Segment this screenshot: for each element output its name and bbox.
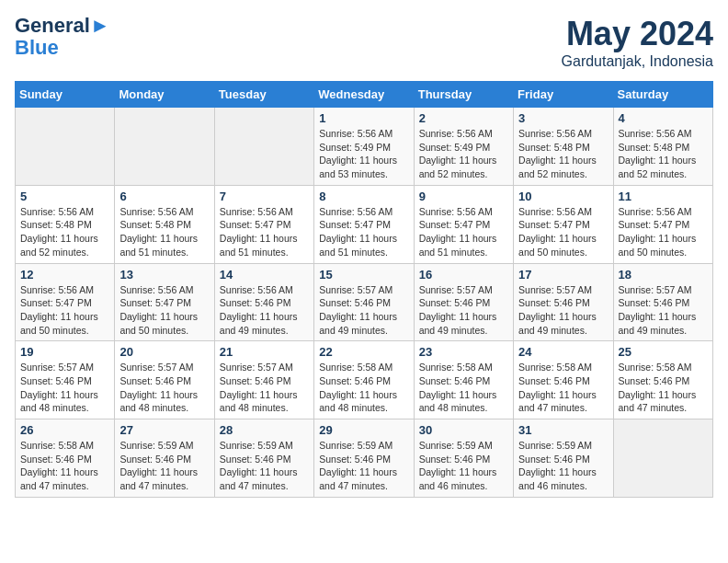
weekday-header-sunday: Sunday xyxy=(16,82,115,108)
day-number: 7 xyxy=(220,190,309,203)
day-number: 25 xyxy=(619,345,708,359)
weekday-header-tuesday: Tuesday xyxy=(214,82,313,108)
calendar-day-cell: 24Sunrise: 5:58 AM Sunset: 5:46 PM Dayli… xyxy=(514,341,613,419)
day-number: 2 xyxy=(419,111,508,125)
day-info: Sunrise: 5:59 AM Sunset: 5:46 PM Dayligh… xyxy=(319,439,408,493)
weekday-header-thursday: Thursday xyxy=(414,82,513,108)
calendar-day-cell: 30Sunrise: 5:59 AM Sunset: 5:46 PM Dayli… xyxy=(414,419,513,498)
calendar-day-cell: 31Sunrise: 5:59 AM Sunset: 5:46 PM Dayli… xyxy=(514,419,613,498)
weekday-header-saturday: Saturday xyxy=(613,82,712,108)
calendar-day-cell: 15Sunrise: 5:57 AM Sunset: 5:46 PM Dayli… xyxy=(314,263,414,341)
calendar-day-cell: 28Sunrise: 5:59 AM Sunset: 5:46 PM Dayli… xyxy=(214,419,313,498)
day-number: 18 xyxy=(619,268,708,282)
day-info: Sunrise: 5:59 AM Sunset: 5:46 PM Dayligh… xyxy=(119,439,209,493)
day-number: 3 xyxy=(518,111,608,125)
calendar-day-cell: 5Sunrise: 5:56 AM Sunset: 5:48 PM Daylig… xyxy=(16,185,115,263)
day-number: 22 xyxy=(319,345,408,359)
day-number: 4 xyxy=(619,111,708,125)
day-info: Sunrise: 5:56 AM Sunset: 5:47 PM Dayligh… xyxy=(619,205,708,259)
empty-day-cell xyxy=(214,108,313,186)
day-info: Sunrise: 5:57 AM Sunset: 5:46 PM Dayligh… xyxy=(220,361,309,415)
day-info: Sunrise: 5:59 AM Sunset: 5:46 PM Dayligh… xyxy=(419,439,508,493)
calendar-day-cell: 2Sunrise: 5:56 AM Sunset: 5:49 PM Daylig… xyxy=(414,108,513,186)
calendar-subtitle: Gardutanjak, Indonesia xyxy=(562,53,713,70)
calendar-day-cell: 21Sunrise: 5:57 AM Sunset: 5:46 PM Dayli… xyxy=(214,341,313,419)
day-info: Sunrise: 5:56 AM Sunset: 5:49 PM Dayligh… xyxy=(419,127,508,181)
calendar-day-cell: 25Sunrise: 5:58 AM Sunset: 5:46 PM Dayli… xyxy=(613,341,712,419)
calendar-day-cell: 18Sunrise: 5:57 AM Sunset: 5:46 PM Dayli… xyxy=(613,263,712,341)
calendar-day-cell: 27Sunrise: 5:59 AM Sunset: 5:46 PM Dayli… xyxy=(115,419,214,498)
day-info: Sunrise: 5:57 AM Sunset: 5:46 PM Dayligh… xyxy=(518,283,608,338)
day-number: 30 xyxy=(419,423,508,437)
day-info: Sunrise: 5:58 AM Sunset: 5:46 PM Dayligh… xyxy=(518,361,608,415)
calendar-day-cell: 29Sunrise: 5:59 AM Sunset: 5:46 PM Dayli… xyxy=(314,419,414,498)
logo: General►Blue xyxy=(15,15,110,59)
day-info: Sunrise: 5:57 AM Sunset: 5:46 PM Dayligh… xyxy=(319,283,408,338)
day-number: 8 xyxy=(319,190,408,203)
day-info: Sunrise: 5:59 AM Sunset: 5:46 PM Dayligh… xyxy=(518,439,608,493)
calendar-day-cell: 12Sunrise: 5:56 AM Sunset: 5:47 PM Dayli… xyxy=(16,263,115,341)
day-number: 29 xyxy=(319,423,408,437)
calendar-day-cell: 16Sunrise: 5:57 AM Sunset: 5:46 PM Dayli… xyxy=(414,263,513,341)
day-info: Sunrise: 5:56 AM Sunset: 5:48 PM Dayligh… xyxy=(619,127,708,181)
day-number: 27 xyxy=(119,423,209,437)
day-info: Sunrise: 5:56 AM Sunset: 5:49 PM Dayligh… xyxy=(319,127,408,181)
day-info: Sunrise: 5:56 AM Sunset: 5:48 PM Dayligh… xyxy=(119,205,209,259)
day-number: 17 xyxy=(518,268,608,282)
calendar-week-row: 12Sunrise: 5:56 AM Sunset: 5:47 PM Dayli… xyxy=(16,263,713,341)
title-block: May 2024 Gardutanjak, Indonesia xyxy=(562,15,713,70)
day-number: 1 xyxy=(319,111,408,125)
calendar-day-cell: 14Sunrise: 5:56 AM Sunset: 5:46 PM Dayli… xyxy=(214,263,313,341)
day-number: 20 xyxy=(119,345,209,359)
empty-day-cell xyxy=(613,419,712,498)
day-info: Sunrise: 5:56 AM Sunset: 5:47 PM Dayligh… xyxy=(319,205,408,259)
calendar-day-cell: 10Sunrise: 5:56 AM Sunset: 5:47 PM Dayli… xyxy=(514,185,613,263)
day-info: Sunrise: 5:56 AM Sunset: 5:47 PM Dayligh… xyxy=(119,283,209,338)
calendar-week-row: 1Sunrise: 5:56 AM Sunset: 5:49 PM Daylig… xyxy=(16,108,713,186)
page-header: General►Blue May 2024 Gardutanjak, Indon… xyxy=(15,15,713,70)
day-info: Sunrise: 5:57 AM Sunset: 5:46 PM Dayligh… xyxy=(619,283,708,338)
day-number: 12 xyxy=(20,268,109,282)
day-number: 24 xyxy=(518,345,608,359)
day-info: Sunrise: 5:57 AM Sunset: 5:46 PM Dayligh… xyxy=(119,361,209,415)
calendar-day-cell: 26Sunrise: 5:58 AM Sunset: 5:46 PM Dayli… xyxy=(16,419,115,498)
day-info: Sunrise: 5:59 AM Sunset: 5:46 PM Dayligh… xyxy=(220,439,309,493)
day-info: Sunrise: 5:56 AM Sunset: 5:47 PM Dayligh… xyxy=(220,205,309,259)
calendar-day-cell: 11Sunrise: 5:56 AM Sunset: 5:47 PM Dayli… xyxy=(613,185,712,263)
calendar-week-row: 19Sunrise: 5:57 AM Sunset: 5:46 PM Dayli… xyxy=(16,341,713,419)
weekday-header-row: SundayMondayTuesdayWednesdayThursdayFrid… xyxy=(16,82,713,108)
weekday-header-friday: Friday xyxy=(514,82,613,108)
calendar-day-cell: 3Sunrise: 5:56 AM Sunset: 5:48 PM Daylig… xyxy=(514,108,613,186)
calendar-day-cell: 1Sunrise: 5:56 AM Sunset: 5:49 PM Daylig… xyxy=(314,108,414,186)
calendar-day-cell: 9Sunrise: 5:56 AM Sunset: 5:47 PM Daylig… xyxy=(414,185,513,263)
day-number: 23 xyxy=(419,345,508,359)
day-info: Sunrise: 5:58 AM Sunset: 5:46 PM Dayligh… xyxy=(619,361,708,415)
day-info: Sunrise: 5:56 AM Sunset: 5:47 PM Dayligh… xyxy=(419,205,508,259)
day-number: 15 xyxy=(319,268,408,282)
day-number: 10 xyxy=(518,190,608,203)
calendar-day-cell: 17Sunrise: 5:57 AM Sunset: 5:46 PM Dayli… xyxy=(514,263,613,341)
calendar-day-cell: 19Sunrise: 5:57 AM Sunset: 5:46 PM Dayli… xyxy=(16,341,115,419)
day-number: 14 xyxy=(220,268,309,282)
day-number: 11 xyxy=(619,190,708,203)
day-info: Sunrise: 5:57 AM Sunset: 5:46 PM Dayligh… xyxy=(20,361,109,415)
weekday-header-wednesday: Wednesday xyxy=(314,82,414,108)
day-info: Sunrise: 5:58 AM Sunset: 5:46 PM Dayligh… xyxy=(419,361,508,415)
weekday-header-monday: Monday xyxy=(115,82,214,108)
day-info: Sunrise: 5:56 AM Sunset: 5:48 PM Dayligh… xyxy=(20,205,109,259)
calendar-day-cell: 22Sunrise: 5:58 AM Sunset: 5:46 PM Dayli… xyxy=(314,341,414,419)
day-number: 21 xyxy=(220,345,309,359)
day-number: 16 xyxy=(419,268,508,282)
day-number: 6 xyxy=(119,190,209,203)
calendar-day-cell: 7Sunrise: 5:56 AM Sunset: 5:47 PM Daylig… xyxy=(214,185,313,263)
day-info: Sunrise: 5:58 AM Sunset: 5:46 PM Dayligh… xyxy=(20,439,109,493)
calendar-day-cell: 23Sunrise: 5:58 AM Sunset: 5:46 PM Dayli… xyxy=(414,341,513,419)
logo-text: General►Blue xyxy=(15,15,110,59)
calendar-day-cell: 4Sunrise: 5:56 AM Sunset: 5:48 PM Daylig… xyxy=(613,108,712,186)
day-info: Sunrise: 5:58 AM Sunset: 5:46 PM Dayligh… xyxy=(319,361,408,415)
day-number: 13 xyxy=(119,268,209,282)
day-number: 5 xyxy=(20,190,109,203)
day-info: Sunrise: 5:56 AM Sunset: 5:48 PM Dayligh… xyxy=(518,127,608,181)
calendar-day-cell: 13Sunrise: 5:56 AM Sunset: 5:47 PM Dayli… xyxy=(115,263,214,341)
calendar-title: May 2024 xyxy=(562,15,713,53)
